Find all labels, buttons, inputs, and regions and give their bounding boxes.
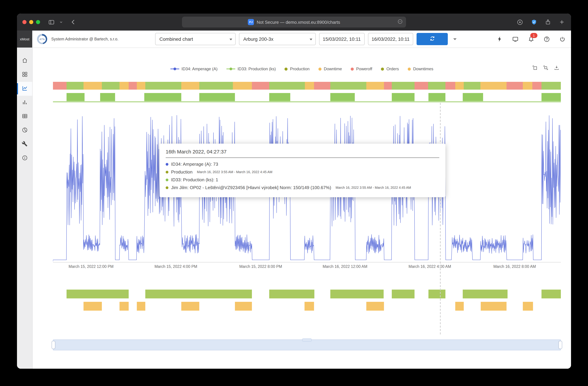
- slider-left-handle[interactable]: [52, 341, 55, 349]
- chevron-down-icon: [229, 39, 232, 40]
- state-segment-poweroff: [384, 82, 392, 90]
- x-axis-label: March 16, 2022 8:00 AM: [493, 264, 536, 269]
- sidebar-item-tools[interactable]: [17, 137, 32, 151]
- downtime-block: [304, 302, 314, 311]
- tooltip-timerange: March 16, 2022 3:55 AM - March 16, 2022 …: [197, 170, 272, 174]
- downloads-icon[interactable]: [517, 19, 523, 25]
- lightning-icon[interactable]: [497, 36, 503, 42]
- tools-icon: [22, 141, 27, 148]
- state-segment-production: [542, 82, 561, 90]
- orders-track: [53, 290, 561, 299]
- refresh-button[interactable]: [417, 33, 448, 45]
- state-segment-downtime: [233, 82, 252, 90]
- state-segment-production: [428, 82, 446, 90]
- production-block: [199, 93, 235, 101]
- order-block: [269, 290, 315, 299]
- data-zoom-slider[interactable]: [53, 340, 561, 350]
- x-axis-label: March 16, 2022 4:00 AM: [409, 264, 451, 269]
- production-block: [67, 93, 84, 101]
- x-axis-label: March 15, 2022 4:00 PM: [154, 264, 197, 269]
- sidebar-item-info[interactable]: [17, 151, 32, 165]
- sidebar-item-pie-chart[interactable]: [17, 124, 32, 137]
- sidebar-nav: [17, 48, 33, 369]
- home-icon: [21, 57, 28, 65]
- downtime-block: [455, 302, 464, 311]
- close-button[interactable]: [22, 20, 26, 24]
- sidebar-item-home[interactable]: [17, 54, 32, 68]
- refresh-icon: [429, 35, 436, 43]
- tooltip-row: Jim Jilm: OP02 - Leštění@VZ923456 [Hlavn…: [166, 185, 439, 190]
- state-segment-downtime: [366, 82, 384, 90]
- state-segment-poweroff: [446, 82, 455, 90]
- minimize-button[interactable]: [29, 20, 33, 24]
- sidebar-toggle-icon[interactable]: [48, 19, 55, 25]
- sidebar-item-charts[interactable]: [17, 82, 32, 96]
- production-block: [330, 93, 355, 101]
- x-axis-label: March 16, 2022 12:00 AM: [323, 264, 367, 269]
- terminal-display-icon[interactable]: [512, 36, 519, 43]
- order-block: [463, 290, 507, 299]
- new-tab-icon[interactable]: [559, 19, 565, 25]
- table-icon: [21, 113, 28, 120]
- chart-type-select[interactable]: Combined chart: [155, 33, 235, 45]
- state-segment-production: [145, 82, 181, 90]
- order-block: [428, 290, 446, 299]
- app-header: xMost 47% System Administrator @ Bartech…: [17, 31, 571, 48]
- privacy-shield-icon[interactable]: [531, 19, 537, 25]
- notifications-bell-icon[interactable]: 1: [528, 36, 534, 42]
- slider-grip[interactable]: [302, 339, 312, 342]
- tooltip-title: 16th March 2022, 04:27:37: [166, 149, 439, 154]
- oee-progress-donut: 47%: [37, 34, 47, 44]
- state-ribbon: [53, 82, 561, 90]
- slider-right-handle[interactable]: [558, 341, 562, 349]
- production-block: [542, 93, 561, 101]
- browser-window: PJ Not Secure — demo.xmost.eu:8900/chart…: [17, 14, 571, 369]
- state-segment-downtime: [120, 82, 129, 90]
- sidebar-item-bar-chart[interactable]: [17, 96, 32, 110]
- power-icon[interactable]: [559, 36, 566, 42]
- notification-badge: 1: [530, 33, 537, 38]
- state-segment-poweroff: [532, 82, 542, 90]
- chevron-down-icon: [310, 39, 312, 40]
- header-icons: 1: [497, 36, 566, 43]
- combined-chart[interactable]: March 15, 2022 12:00 PMMarch 15, 2022 4:…: [53, 48, 561, 369]
- downtime-block: [481, 302, 506, 311]
- x-axis: March 15, 2022 12:00 PMMarch 15, 2022 4:…: [53, 264, 561, 270]
- fullscreen-button[interactable]: [36, 20, 40, 24]
- sidebar-item-dashboard[interactable]: [17, 68, 32, 82]
- state-segment-production: [330, 82, 366, 90]
- profile-badge: PJ: [248, 19, 254, 25]
- pie-chart-icon: [21, 127, 28, 134]
- date-from-input[interactable]: 15/03/2022, 10:11: [319, 33, 364, 45]
- tooltip-row: ID33: Production (ks): 1: [166, 177, 439, 182]
- date-to-input[interactable]: 16/03/2022, 10:11: [368, 33, 413, 45]
- share-icon[interactable]: [545, 19, 551, 25]
- production-ribbon: [53, 93, 561, 101]
- downtime-block: [181, 302, 199, 311]
- tooltip-text: Production: [171, 170, 192, 174]
- state-segment-poweroff: [252, 82, 269, 90]
- line-chart-icon: [21, 85, 28, 92]
- state-segment-downtime: [181, 82, 199, 90]
- more-options-icon[interactable]: [397, 19, 403, 25]
- tooltip-text: ID33: Production (ks): 1: [171, 177, 218, 182]
- oee-percent: 47%: [40, 38, 45, 41]
- machine-select[interactable]: Arburg 200-3x: [239, 33, 315, 45]
- order-block: [146, 290, 252, 299]
- app-logo: xMost: [17, 31, 32, 47]
- refresh-dropdown-chevron[interactable]: [451, 33, 459, 45]
- downtime-block: [120, 302, 129, 311]
- state-segment-production: [67, 82, 84, 90]
- production-block: [428, 93, 446, 101]
- info-icon: [21, 155, 28, 162]
- help-icon[interactable]: [544, 36, 550, 42]
- tooltip-text: Jim Jilm: OP02 - Leštění@VZ923456 [Hlavn…: [171, 185, 331, 190]
- address-bar[interactable]: PJ Not Secure — demo.xmost.eu:8900/chart…: [182, 17, 406, 27]
- production-block: [463, 93, 483, 101]
- chevron-down-icon[interactable]: [59, 20, 63, 24]
- sidebar-item-table[interactable]: [17, 110, 32, 124]
- back-button[interactable]: [70, 19, 76, 25]
- state-segment-poweroff: [129, 82, 137, 90]
- tooltip-divider: [166, 157, 439, 158]
- state-segment-downtime: [137, 82, 146, 90]
